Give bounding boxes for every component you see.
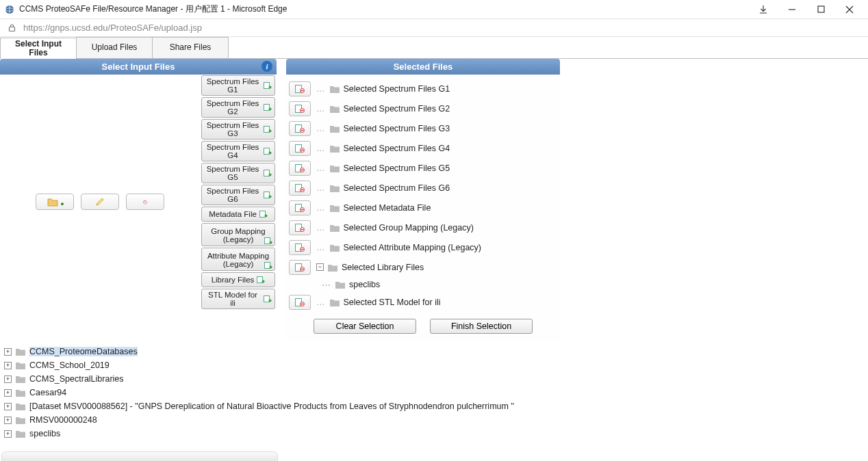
folder-icon [330, 164, 340, 172]
folder-icon [335, 280, 345, 289]
selected-row: …Selected Spectrum Files G3 [289, 118, 557, 138]
svg-point-11 [269, 108, 272, 111]
child-label: speclibs [349, 280, 380, 289]
expand-icon[interactable]: + [4, 430, 12, 438]
tree-item-label: Caesar94 [29, 388, 66, 397]
app-icon [4, 4, 15, 15]
svg-rect-7 [9, 27, 14, 31]
category-spectrum-files-g1[interactable]: Spectrum Files G1 [201, 75, 275, 96]
selected-row: …Selected Spectrum Files G6 [289, 178, 557, 198]
tree-item[interactable]: +Caesar94 [4, 386, 864, 399]
expand-icon[interactable]: + [4, 348, 12, 356]
tree-item-label: speclibs [29, 429, 60, 438]
category-label: Spectrum Files G2 [205, 99, 261, 116]
selected-label: Selected Attribute Mapping (Legacy) [344, 243, 482, 252]
tab-select-input-files[interactable]: Select InputFiles [0, 38, 77, 59]
tab-upload-files[interactable]: Upload Files [76, 37, 153, 58]
category-spectrum-files-g5[interactable]: Spectrum Files G5 [201, 163, 275, 183]
category-group-mapping-legacy-[interactable]: Group Mapping (Legacy) [201, 223, 275, 246]
remove-selection-button[interactable] [289, 101, 311, 116]
remove-selection-button[interactable] [289, 141, 311, 156]
tree-dots: … [316, 84, 326, 94]
category-spectrum-files-g2[interactable]: Spectrum Files G2 [201, 97, 275, 118]
address-bar: https://gnps.ucsd.edu/ProteoSAFe/upload.… [0, 19, 868, 37]
svg-point-17 [269, 174, 272, 176]
remove-button[interactable]: ⦸ [126, 194, 164, 210]
close-button[interactable] [835, 0, 864, 19]
selected-row: …Selected STL Model for ili [289, 292, 557, 312]
tree-item[interactable]: +[Dataset MSV000088562] - "GNPS Dereplic… [4, 399, 864, 413]
selected-row: …Selected Spectrum Files G4 [289, 138, 557, 158]
selected-row: …Selected Metadata File [289, 198, 557, 218]
selected-label: Selected STL Model for ili [344, 298, 441, 307]
folder-icon [330, 204, 340, 212]
selected-files-panel: Selected Files …Selected Spectrum Files … [286, 59, 560, 342]
remove-selection-button[interactable] [289, 220, 311, 235]
tree-dots: … [316, 223, 326, 233]
finish-selection-button[interactable]: Finish Selection [430, 319, 533, 334]
remove-selection-button[interactable] [289, 121, 311, 136]
category-metadata-file[interactable]: Metadata File [201, 207, 275, 222]
tree-dots: … [316, 298, 326, 307]
category-label: Library Files [212, 276, 255, 284]
selected-label: Selected Spectrum Files G3 [344, 124, 450, 133]
svg-rect-16 [264, 170, 270, 176]
expand-icon[interactable]: + [4, 389, 12, 397]
folder-icon [16, 416, 25, 424]
collapse-icon[interactable]: − [316, 263, 324, 271]
category-attribute-mapping-legacy-[interactable]: Attribute Mapping (Legacy) [201, 248, 275, 271]
svg-rect-28 [264, 296, 270, 302]
selected-label: Selected Spectrum Files G5 [344, 163, 450, 173]
clear-selection-button[interactable]: Clear Selection [314, 319, 416, 334]
status-bar [1, 451, 278, 461]
expand-icon[interactable]: + [4, 376, 12, 383]
category-spectrum-files-g4[interactable]: Spectrum Files G4 [201, 141, 275, 161]
download-indicator-icon[interactable] [749, 0, 778, 19]
select-input-files-panel: Select Input Files i ● ⦸ Spectrum Files … [0, 59, 277, 342]
tree-dots: … [316, 183, 326, 193]
selected-row: …Selected Spectrum Files G2 [289, 98, 557, 118]
expand-icon[interactable]: + [4, 417, 12, 424]
tree-dots: ⋯ [322, 280, 331, 290]
remove-selection-button[interactable] [289, 181, 311, 196]
resource-tree: +CCMS_ProteomeDatabases+CCMS_School_2019… [0, 342, 868, 443]
edit-button[interactable] [81, 194, 119, 210]
add-folder-button[interactable]: ● [36, 194, 74, 210]
category-library-files[interactable]: Library Files [201, 272, 275, 287]
tab-share-files[interactable]: Share Files [152, 37, 229, 58]
tree-item[interactable]: +speclibs [4, 427, 864, 440]
assign-icon [264, 262, 272, 269]
remove-selection-button[interactable] [289, 200, 311, 215]
svg-rect-22 [265, 238, 270, 244]
expand-icon[interactable]: + [4, 362, 12, 369]
tree-item[interactable]: +CCMS_School_2019 [4, 358, 864, 372]
url-text[interactable]: https://gnps.ucsd.edu/ProteoSAFe/upload.… [23, 23, 202, 33]
folder-icon [16, 388, 25, 397]
svg-rect-20 [259, 211, 265, 218]
remove-selection-button[interactable] [289, 295, 311, 310]
folder-icon [16, 347, 25, 356]
site-identity-icon[interactable] [7, 23, 16, 33]
tree-item[interactable]: +CCMS_SpectralLibraries [4, 372, 864, 386]
assign-icon [264, 192, 272, 198]
folder-icon [330, 184, 340, 192]
assign-icon [264, 104, 272, 111]
remove-selection-button[interactable] [289, 81, 311, 96]
tree-item[interactable]: +CCMS_ProteomeDatabases [4, 345, 864, 358]
expand-icon[interactable]: + [4, 403, 12, 410]
tree-item[interactable]: +RMSV000000248 [4, 413, 864, 427]
info-icon[interactable]: i [261, 61, 272, 72]
category-stl-model-for-ili[interactable]: STL Model for ili [201, 289, 275, 309]
minimize-button[interactable] [778, 0, 806, 19]
remove-selection-button[interactable] [289, 161, 311, 176]
remove-selection-button[interactable] [289, 240, 311, 255]
maximize-button[interactable] [806, 0, 835, 19]
category-label: STL Model for ili [205, 291, 261, 307]
remove-selection-button[interactable] [289, 260, 311, 275]
tree-item-label: RMSV000000248 [29, 415, 97, 425]
category-label: Spectrum Files G5 [205, 165, 261, 181]
selected-child[interactable]: ⋯speclibs [322, 277, 557, 292]
selected-row: …Selected Attribute Mapping (Legacy) [289, 237, 557, 257]
category-spectrum-files-g3[interactable]: Spectrum Files G3 [201, 119, 275, 140]
category-spectrum-files-g6[interactable]: Spectrum Files G6 [201, 185, 275, 205]
